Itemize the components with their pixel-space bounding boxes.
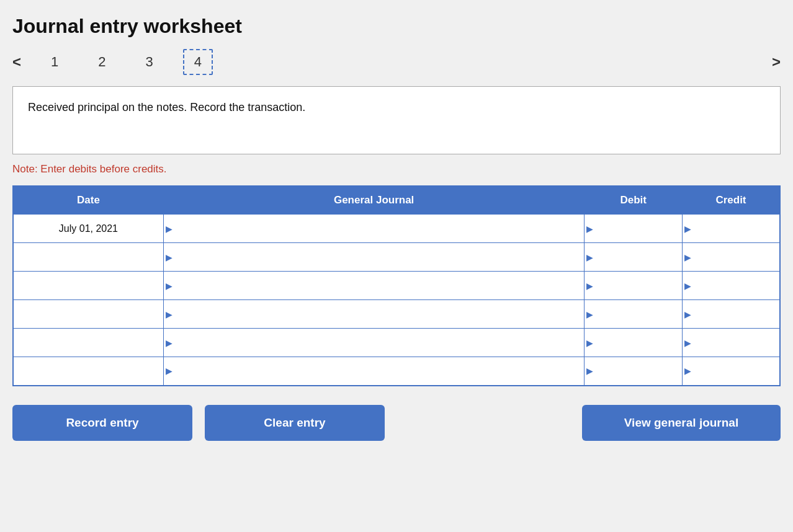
credit-arrow-icon: ▶	[684, 281, 691, 291]
journal-cell-0[interactable]: ▶	[163, 215, 585, 243]
next-arrow[interactable]: >	[772, 53, 781, 71]
date-cell-4[interactable]	[13, 329, 163, 357]
credit-input-4[interactable]	[685, 329, 777, 357]
table-row: ▶▶▶	[13, 329, 780, 357]
debit-input-2[interactable]	[587, 272, 679, 299]
debit-input-4[interactable]	[587, 329, 679, 357]
tab-2[interactable]: 2	[88, 50, 115, 74]
date-input-3[interactable]	[16, 300, 161, 328]
debit-arrow-icon: ▶	[586, 224, 593, 234]
debit-input-0[interactable]	[587, 215, 679, 242]
table-row: ▶▶▶	[13, 357, 780, 386]
buttons-row: Record entry Clear entry View general jo…	[12, 405, 781, 441]
note-text: Note: Enter debits before credits.	[12, 163, 781, 175]
tab-navigation: < 1 2 3 4 >	[12, 49, 781, 75]
credit-arrow-icon: ▶	[684, 366, 691, 376]
credit-arrow-icon: ▶	[684, 224, 691, 234]
credit-input-1[interactable]	[685, 243, 777, 271]
journal-input-2[interactable]	[169, 272, 582, 299]
credit-arrow-icon: ▶	[684, 338, 691, 348]
journal-arrow-icon: ▶	[166, 338, 172, 348]
credit-input-0[interactable]	[685, 215, 777, 242]
debit-arrow-icon: ▶	[586, 366, 593, 376]
credit-cell-0[interactable]: ▶	[682, 215, 780, 243]
journal-arrow-icon: ▶	[166, 252, 172, 262]
journal-cell-5[interactable]: ▶	[163, 357, 585, 386]
debit-cell-0[interactable]: ▶	[585, 215, 683, 243]
debit-input-5[interactable]	[587, 357, 679, 385]
page-title: Journal entry worksheet	[12, 15, 781, 38]
tab-3[interactable]: 3	[136, 50, 163, 74]
date-cell-1[interactable]	[13, 243, 163, 272]
journal-arrow-icon: ▶	[166, 366, 172, 376]
journal-input-0[interactable]	[169, 215, 582, 242]
journal-arrow-icon: ▶	[166, 309, 172, 319]
debit-input-1[interactable]	[587, 243, 679, 271]
table-row: ▶▶▶	[13, 272, 780, 300]
credit-arrow-icon: ▶	[684, 309, 691, 319]
tab-1[interactable]: 1	[41, 50, 68, 74]
debit-cell-5[interactable]: ▶	[585, 357, 683, 386]
debit-arrow-icon: ▶	[586, 252, 593, 262]
date-cell-3[interactable]	[13, 300, 163, 329]
journal-cell-2[interactable]: ▶	[163, 272, 585, 300]
journal-arrow-icon: ▶	[166, 281, 172, 291]
date-input-2[interactable]	[16, 272, 161, 299]
debit-cell-1[interactable]: ▶	[585, 243, 683, 272]
credit-cell-1[interactable]: ▶	[682, 243, 780, 272]
debit-arrow-icon: ▶	[586, 338, 593, 348]
journal-cell-3[interactable]: ▶	[163, 300, 585, 329]
view-general-journal-button[interactable]: View general journal	[582, 405, 781, 441]
table-row: July 01, 2021▶▶▶	[13, 215, 780, 243]
record-entry-button[interactable]: Record entry	[12, 405, 192, 441]
journal-table: Date General Journal Debit Credit July 0…	[12, 185, 781, 386]
debit-cell-2[interactable]: ▶	[585, 272, 683, 300]
credit-cell-2[interactable]: ▶	[682, 272, 780, 300]
header-journal: General Journal	[163, 186, 585, 215]
journal-input-3[interactable]	[169, 300, 582, 328]
credit-arrow-icon: ▶	[684, 252, 691, 262]
credit-input-2[interactable]	[685, 272, 777, 299]
credit-input-3[interactable]	[685, 300, 777, 328]
debit-arrow-icon: ▶	[586, 309, 593, 319]
header-date: Date	[13, 186, 163, 215]
credit-cell-3[interactable]: ▶	[682, 300, 780, 329]
date-cell-2[interactable]	[13, 272, 163, 300]
tab-4[interactable]: 4	[183, 49, 213, 75]
journal-input-5[interactable]	[169, 357, 582, 385]
description-box: Received principal on the notes. Record …	[12, 86, 781, 154]
date-input-4[interactable]	[16, 329, 161, 357]
journal-cell-1[interactable]: ▶	[163, 243, 585, 272]
debit-arrow-icon: ▶	[586, 281, 593, 291]
debit-cell-3[interactable]: ▶	[585, 300, 683, 329]
table-row: ▶▶▶	[13, 243, 780, 272]
date-cell-5[interactable]	[13, 357, 163, 386]
journal-input-4[interactable]	[169, 329, 582, 357]
journal-arrow-icon: ▶	[166, 224, 172, 234]
credit-cell-4[interactable]: ▶	[682, 329, 780, 357]
date-input-5[interactable]	[16, 357, 161, 385]
journal-input-1[interactable]	[169, 243, 582, 271]
clear-entry-button[interactable]: Clear entry	[205, 405, 385, 441]
date-input-1[interactable]	[16, 243, 161, 271]
debit-cell-4[interactable]: ▶	[585, 329, 683, 357]
prev-arrow[interactable]: <	[12, 53, 21, 71]
table-row: ▶▶▶	[13, 300, 780, 329]
header-credit: Credit	[682, 186, 780, 215]
date-cell-0[interactable]: July 01, 2021	[13, 215, 163, 243]
credit-input-5[interactable]	[685, 357, 777, 385]
header-debit: Debit	[585, 186, 683, 215]
credit-cell-5[interactable]: ▶	[682, 357, 780, 386]
journal-cell-4[interactable]: ▶	[163, 329, 585, 357]
debit-input-3[interactable]	[587, 300, 679, 328]
